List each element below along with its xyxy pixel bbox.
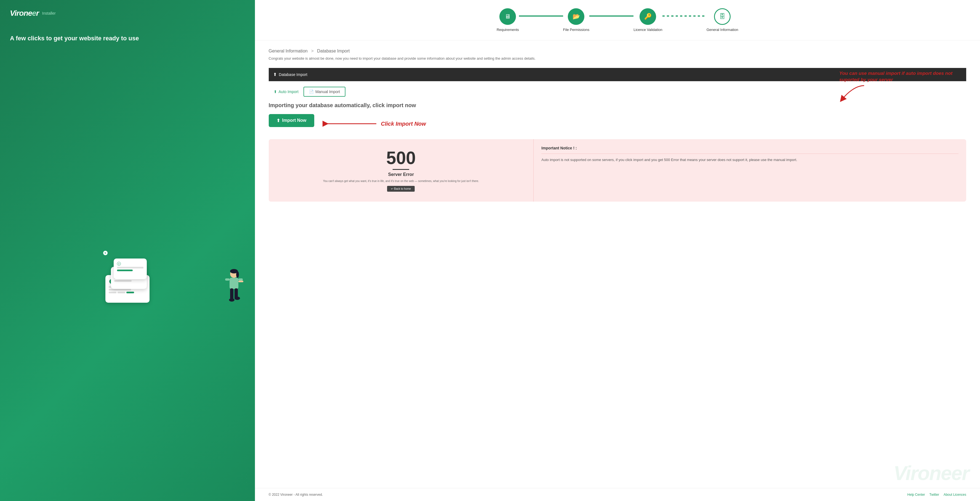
tab-auto-import[interactable]: ⬆ Auto Import	[269, 87, 304, 96]
breadcrumb-current: Database Import	[317, 49, 350, 53]
manual-import-label: Manual Import	[315, 89, 340, 94]
error-visual: 500 Server Error You can't always get wh…	[269, 139, 534, 202]
svg-rect-6	[230, 288, 234, 299]
manual-import-icon: 📄	[309, 89, 314, 94]
tab-bar-title: ⬆ Database Import	[273, 72, 308, 77]
dots-decoration-bl: · · · ·· · · ·· · · ·	[0, 473, 13, 484]
error-small-text: You can't always get what you want, it's…	[323, 179, 479, 183]
connector-3	[662, 16, 706, 17]
sidebar: Vironeer Installer · · · ·· · · ·· · · ·…	[0, 0, 255, 501]
step-label-general-information: General Information	[706, 28, 738, 32]
footer-link-help[interactable]: Help Center	[907, 493, 925, 496]
tab-manual-import[interactable]: 📄 Manual Import	[304, 87, 345, 97]
step-file-permissions: 📂 File Permissions	[563, 8, 589, 32]
error-divider	[393, 169, 409, 170]
illus-line6	[117, 270, 133, 271]
svg-rect-5	[239, 278, 243, 281]
connector-1	[519, 16, 563, 17]
sidebar-illustration: ✓ ✓ 4	[10, 53, 245, 492]
svg-rect-4	[225, 278, 229, 281]
breadcrumb-parent: General Information	[269, 49, 308, 53]
svg-rect-10	[239, 281, 243, 282]
dots-decoration-br: · · · ·· · · ·· · · ·	[242, 473, 255, 484]
import-heading: Importing your database automatically, c…	[269, 102, 966, 108]
svg-point-2	[236, 271, 239, 278]
auto-import-icon: ⬆	[274, 89, 277, 94]
error-title: Server Error	[388, 172, 414, 177]
licence-validation-icon: 🔑	[644, 13, 652, 20]
watermark: Vironeer	[894, 462, 969, 484]
dots-decoration-tl: · · · ·· · · ·· · · ·	[0, 6, 13, 17]
import-now-button[interactable]: ⬆ Import Now	[269, 114, 314, 127]
step-circle-requirements: 🖥	[500, 8, 516, 25]
step-general-information: 🗄 General Information	[706, 8, 738, 32]
subtitle-text: Congrats your website is almost be done,…	[269, 56, 966, 61]
illus-line4	[114, 280, 132, 282]
error-back-button[interactable]: ↩ Back to home	[387, 186, 415, 191]
breadcrumb: General Information > Database Import	[269, 49, 966, 54]
step-label-licence-validation: Licence Validation	[633, 28, 662, 32]
logo-installer: Installer	[42, 11, 56, 16]
step-circle-licence-validation: 🔑	[640, 8, 656, 25]
step-requirements: 🖥 Requirements	[496, 8, 519, 32]
step-licence-validation: 🔑 Licence Validation	[633, 8, 662, 32]
tab-bar-label: Database Import	[279, 72, 308, 77]
main-content: 🖥 Requirements 📂 File Permissions 🔑 Lice…	[255, 0, 980, 501]
error-notice-content: Important Notice ! : Auto import is not …	[534, 139, 966, 202]
svg-point-9	[234, 297, 240, 300]
annotation-bottom-text: Click Import Now	[381, 121, 426, 127]
illus-card3: 3	[114, 258, 147, 279]
step-circle-file-permissions: 📂	[568, 8, 584, 25]
illus-num-5: 5	[103, 250, 108, 256]
illus-line2	[109, 289, 131, 290]
file-permissions-icon: 📂	[573, 13, 580, 20]
connector-2	[589, 16, 633, 17]
sidebar-logo: Vironeer Installer	[10, 9, 245, 18]
content-area: General Information > Database Import Co…	[255, 40, 980, 488]
error-back-label: ↩ Back to home	[391, 187, 411, 190]
logo-text: Vironeer	[10, 9, 39, 18]
tab-bar: ⬆ Database Import	[269, 68, 966, 81]
error-notice-box: 500 Server Error You can't always get wh…	[269, 139, 966, 202]
notice-text: Auto import is not supported on some ser…	[541, 157, 958, 163]
footer-links: Help Center Twitter About Licences	[907, 493, 966, 496]
error-code: 500	[386, 149, 416, 167]
annotation-arrow-bottom	[323, 120, 378, 128]
tab-bar-upload-icon: ⬆	[273, 72, 277, 77]
illus-person	[223, 268, 245, 308]
footer-link-twitter[interactable]: Twitter	[929, 493, 939, 496]
breadcrumb-separator: >	[311, 49, 313, 53]
step-label-file-permissions: File Permissions	[563, 28, 589, 32]
import-section: You can use manual import if auto import…	[269, 87, 966, 97]
import-tabs: ⬆ Auto Import 📄 Manual Import	[269, 87, 966, 97]
illus-line5	[117, 267, 143, 268]
footer: © 2022 Vironeer - All rights reserved. H…	[255, 488, 980, 501]
auto-import-label: Auto Import	[278, 89, 299, 94]
footer-link-licences[interactable]: About Licences	[943, 493, 966, 496]
step-circle-general-information: 🗄	[714, 8, 730, 25]
annotation-bottom-row: Click Import Now	[323, 120, 426, 128]
general-information-icon: 🗄	[719, 13, 725, 20]
svg-rect-3	[229, 278, 239, 289]
import-button-row: ⬆ Import Now Click Import Now	[269, 114, 966, 134]
svg-point-8	[229, 298, 234, 302]
requirements-icon: 🖥	[504, 13, 511, 20]
import-btn-label: Import Now	[282, 118, 307, 123]
progress-bar: 🖥 Requirements 📂 File Permissions 🔑 Lice…	[255, 0, 980, 40]
import-btn-icon: ⬆	[277, 118, 280, 123]
step-label-requirements: Requirements	[496, 28, 519, 32]
footer-copyright: © 2022 Vironeer - All rights reserved.	[269, 493, 323, 496]
notice-title: Important Notice ! :	[541, 146, 958, 154]
sidebar-tagline: A few clicks to get your website ready t…	[10, 34, 245, 43]
